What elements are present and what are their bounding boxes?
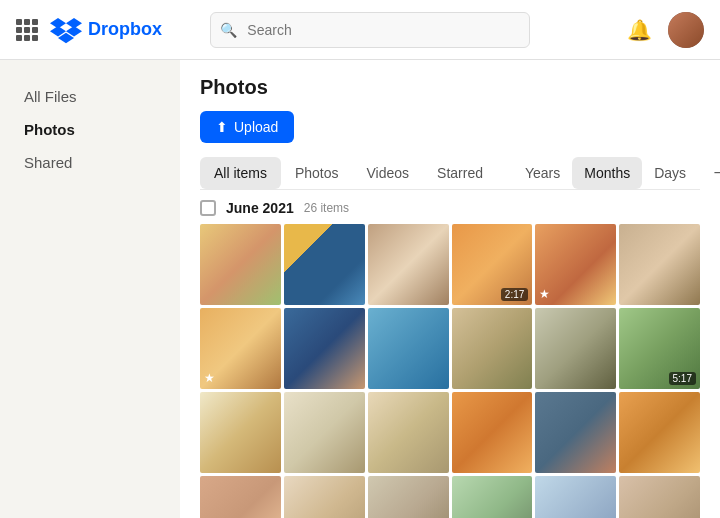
photos-area: June 2021 26 items 2:17★★5:17 — [180, 190, 720, 518]
toolbar: All items Photos Videos Starred Years Mo… — [200, 157, 700, 190]
tab-days[interactable]: Days — [642, 157, 698, 189]
photo-thumbnail[interactable] — [619, 224, 700, 305]
header: Dropbox 🔍 🔔 — [0, 0, 720, 60]
month-select-checkbox[interactable] — [200, 200, 216, 216]
photo-thumbnail[interactable] — [535, 392, 616, 473]
photo-thumbnail[interactable]: 2:17 — [452, 224, 533, 305]
photo-thumbnail[interactable] — [535, 308, 616, 389]
tab-starred[interactable]: Starred — [423, 157, 497, 189]
starred-icon: ★ — [204, 371, 215, 385]
user-avatar-image — [668, 12, 704, 48]
photo-thumbnail[interactable] — [368, 224, 449, 305]
month-count: 26 items — [304, 201, 349, 215]
photo-thumbnail[interactable] — [535, 476, 616, 518]
photo-thumbnail[interactable] — [368, 476, 449, 518]
video-duration-badge: 2:17 — [501, 288, 528, 301]
photo-thumbnail[interactable] — [619, 476, 700, 518]
tab-videos[interactable]: Videos — [353, 157, 424, 189]
photo-thumbnail[interactable] — [200, 392, 281, 473]
photo-thumbnail[interactable] — [284, 392, 365, 473]
video-duration-badge: 5:17 — [669, 372, 696, 385]
main-layout: All Files Photos Shared Photos ⬆ Upload … — [0, 60, 720, 518]
photo-grid: 2:17★★5:17 — [200, 224, 700, 518]
starred-icon: ★ — [539, 287, 550, 301]
photo-thumbnail[interactable] — [619, 392, 700, 473]
photo-thumbnail[interactable] — [368, 308, 449, 389]
search-icon: 🔍 — [220, 22, 237, 38]
header-right: 🔔 — [627, 12, 704, 48]
sidebar-item-photos[interactable]: Photos — [0, 113, 180, 146]
photo-thumbnail[interactable] — [200, 224, 281, 305]
content-header: Photos ⬆ Upload All items Photos Videos … — [180, 60, 720, 190]
photo-thumbnail[interactable] — [452, 392, 533, 473]
search-input[interactable] — [210, 12, 530, 48]
zoom-control: − + — [698, 161, 720, 185]
photo-thumbnail[interactable]: ★ — [200, 308, 281, 389]
sidebar-item-all-files[interactable]: All Files — [0, 80, 180, 113]
time-tabs: Years Months Days — [513, 157, 698, 189]
photo-thumbnail[interactable] — [200, 476, 281, 518]
photo-thumbnail[interactable] — [452, 476, 533, 518]
month-label: June 2021 — [226, 200, 294, 216]
logo[interactable]: Dropbox — [50, 16, 162, 44]
avatar[interactable] — [668, 12, 704, 48]
photo-thumbnail[interactable] — [368, 392, 449, 473]
zoom-out-button[interactable]: − — [706, 161, 720, 185]
filter-tabs: All items Photos Videos Starred — [200, 157, 497, 189]
upload-button[interactable]: ⬆ Upload — [200, 111, 294, 143]
upload-icon: ⬆ — [216, 119, 228, 135]
page-title: Photos — [200, 76, 700, 99]
tab-years[interactable]: Years — [513, 157, 572, 189]
photo-thumbnail[interactable] — [284, 476, 365, 518]
content-area: Photos ⬆ Upload All items Photos Videos … — [180, 60, 720, 518]
tab-photos[interactable]: Photos — [281, 157, 353, 189]
tab-all-items[interactable]: All items — [200, 157, 281, 189]
photo-thumbnail[interactable] — [284, 308, 365, 389]
month-section-header: June 2021 26 items — [200, 200, 700, 216]
sidebar-item-shared[interactable]: Shared — [0, 146, 180, 179]
upload-label: Upload — [234, 119, 278, 135]
photo-thumbnail[interactable] — [284, 224, 365, 305]
tab-months[interactable]: Months — [572, 157, 642, 189]
logo-text: Dropbox — [88, 19, 162, 40]
photo-thumbnail[interactable]: ★ — [535, 224, 616, 305]
notifications-icon[interactable]: 🔔 — [627, 18, 652, 42]
search-bar: 🔍 — [210, 12, 530, 48]
photo-thumbnail[interactable] — [452, 308, 533, 389]
photo-thumbnail[interactable]: 5:17 — [619, 308, 700, 389]
sidebar: All Files Photos Shared — [0, 60, 180, 518]
header-left: Dropbox — [16, 16, 162, 44]
apps-icon[interactable] — [16, 19, 38, 41]
